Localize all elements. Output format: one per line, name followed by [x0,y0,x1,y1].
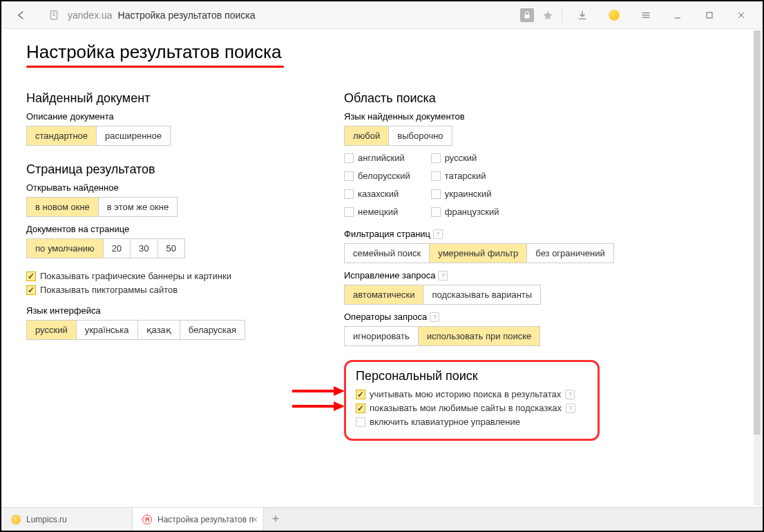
seg-correction: автоматически подсказывать варианты [344,285,541,305]
svg-rect-7 [707,12,712,18]
chk-lang-en[interactable]: английский [344,153,410,163]
opt-new-window[interactable]: в новом окне [27,198,99,216]
opt-family[interactable]: семейный поиск [345,244,430,263]
section-search-area: Область поиска [344,91,634,106]
checkbox-icon [344,189,354,199]
minimize-button[interactable] [662,1,694,29]
address-bar[interactable]: yandex.ua Настройка результатов поиска [62,10,520,21]
new-tab-button[interactable]: + [264,508,287,531]
help-icon[interactable]: ? [430,312,439,322]
section-results-page: Страница результатов [26,162,303,177]
chk-favicons[interactable]: Показывать пиктограммы сайтов [26,285,303,295]
checkbox-icon [356,417,365,427]
menu-icon[interactable] [630,1,662,29]
url-title: Настройка результатов поиска [118,10,256,21]
vertical-scrollbar[interactable] [754,30,761,506]
download-icon[interactable] [566,1,598,29]
tab-lumpics[interactable]: Lumpics.ru [1,508,133,531]
help-icon[interactable]: ? [433,229,443,239]
checkbox-icon [344,153,354,163]
star-icon[interactable] [538,1,557,29]
chk-lang-tt[interactable]: татарский [431,171,499,181]
seg-ui-lang: русский українська қазақ беларуская [26,320,245,340]
checkbox-icon [431,207,441,217]
label-doc-description: Описание документа [26,111,303,122]
page-title: Настройка результатов поиска [26,41,738,63]
browser-toolbar: yandex.ua Настройка результатов поиска [1,1,763,29]
opt-same-window[interactable]: в этом же окне [99,198,177,216]
tab-bar: Lumpics.ru Я Настройка результатов п × + [1,507,763,531]
checkbox-icon [344,207,354,217]
opt-50[interactable]: 50 [158,239,184,258]
seg-doc-description: стандартное расширенное [26,126,171,146]
checkbox-icon [344,171,354,181]
svg-marker-13 [334,401,345,411]
url-domain: yandex.ua [68,10,113,21]
opt-default[interactable]: по умолчанию [27,239,104,258]
right-column: Область поиска Язык найденных документов… [344,82,634,441]
scrollbar-thumb[interactable] [754,30,761,435]
opt-suggest[interactable]: подсказывать варианты [423,285,540,304]
label-ui-lang: Язык интерфейса [26,305,303,316]
opt-ignore[interactable]: игнорировать [345,327,419,345]
annotation-arrow [292,386,345,397]
help-icon[interactable]: ? [566,403,575,413]
opt-ru[interactable]: русский [27,321,77,339]
chk-lang-be[interactable]: белорусский [344,171,410,181]
extension-icon[interactable] [598,1,630,29]
personal-search-highlight: Персональный поиск учитывать мою историю… [344,360,600,441]
seg-per-page: по умолчанию 20 30 50 [26,238,185,258]
label-open-found: Открывать найденное [26,182,303,193]
label-per-page: Документов на странице [26,224,303,234]
help-icon[interactable]: ? [438,271,448,281]
opt-be[interactable]: беларуская [180,321,245,339]
lang-checkbox-grid: английский белорусский казахский немецки… [344,153,634,220]
close-window-button[interactable] [725,1,757,29]
chk-lang-ru[interactable]: русский [431,153,499,163]
site-info-icon[interactable] [46,1,62,29]
label-filter: Фильтрация страниц? [344,229,634,239]
tab-yandex-settings[interactable]: Я Настройка результатов п × [133,508,264,531]
opt-select[interactable]: выборочно [389,126,451,145]
back-button[interactable] [7,1,35,29]
opt-30[interactable]: 30 [131,239,157,258]
opt-none[interactable]: без ограничений [527,244,613,263]
chk-favorites[interactable]: показывать мои любимые сайты в подсказка… [356,403,588,413]
checkbox-icon [356,403,365,413]
favicon-icon: Я [142,515,152,524]
opt-uk[interactable]: українська [77,321,138,339]
annotation-underline [26,66,284,68]
chk-lang-fr[interactable]: французский [431,207,499,217]
help-icon[interactable]: ? [565,390,575,399]
opt-extended[interactable]: расширенное [97,126,170,145]
seg-operators: игнорировать использовать при поиске [344,326,540,346]
chk-banners[interactable]: Показывать графические баннеры и картинк… [26,271,303,281]
opt-use[interactable]: использовать при поиске [419,327,539,345]
chk-history[interactable]: учитывать мою историю поиска в результат… [356,389,588,399]
checkbox-icon [431,153,441,163]
section-personal: Персональный поиск [356,369,588,383]
opt-standard[interactable]: стандартное [27,126,97,145]
chk-lang-kk[interactable]: казахский [344,189,410,199]
chk-keyboard[interactable]: включить клавиатурное управление [356,417,588,427]
chk-lang-uk[interactable]: украинский [431,189,499,199]
annotation-arrow [292,401,345,412]
checkbox-icon [26,272,36,281]
opt-auto[interactable]: автоматически [345,285,423,304]
seg-docs-lang: любой выборочно [344,126,452,146]
checkbox-icon [356,390,365,399]
opt-any[interactable]: любой [345,126,389,145]
label-operators: Операторы запроса? [344,312,634,322]
section-found-document: Найденный документ [26,91,303,106]
lock-icon[interactable] [520,8,534,22]
label-correction: Исправление запроса? [344,270,634,281]
opt-kk[interactable]: қазақ [138,321,180,339]
favicon-icon [11,515,21,524]
maximize-button[interactable] [694,1,725,29]
chk-lang-de[interactable]: немецкий [344,207,410,217]
close-tab-icon[interactable]: × [252,514,258,525]
label-docs-lang: Язык найденных документов [344,111,634,122]
opt-moderate[interactable]: умеренный фильтр [430,244,527,263]
opt-20[interactable]: 20 [104,239,131,258]
left-column: Найденный документ Описание документа ст… [26,82,303,441]
